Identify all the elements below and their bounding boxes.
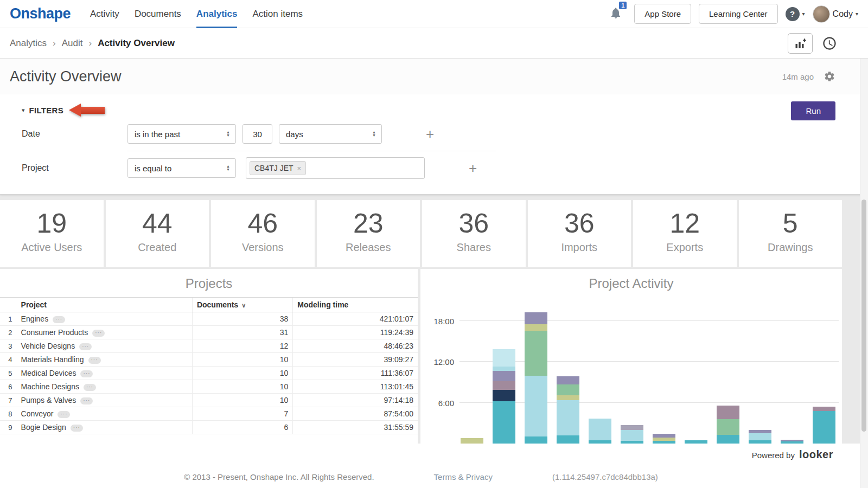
- project-column-header[interactable]: Project: [17, 298, 193, 312]
- breadcrumb-item-analytics[interactable]: Analytics: [10, 38, 47, 48]
- date-value-input[interactable]: [242, 124, 272, 144]
- explore-from-here-button[interactable]: [788, 33, 813, 54]
- table-row[interactable]: 8Conveyor···787:54:00: [0, 407, 418, 421]
- table-row[interactable]: 1Engines···38421:01:07: [0, 312, 418, 326]
- arrow-tail: [81, 107, 105, 114]
- breadcrumb-item-activity-overview[interactable]: Activity Overview: [98, 38, 175, 48]
- row-menu-icon[interactable]: ···: [84, 384, 96, 391]
- table-row[interactable]: 4Materials Handling···1039:09:27: [0, 353, 418, 367]
- project-name-link[interactable]: Consumer Products: [21, 328, 88, 337]
- stat-card-imports[interactable]: 36Imports: [528, 200, 631, 267]
- stacked-bar-10[interactable]: [749, 430, 771, 444]
- dashboard-settings-button[interactable]: [824, 70, 835, 82]
- footer: © 2013 - Present, Onshape Inc. All Right…: [0, 464, 842, 488]
- scrollbar-track[interactable]: [860, 59, 868, 488]
- project-name-link[interactable]: Conveyor: [21, 409, 54, 418]
- onshape-logo[interactable]: Onshape: [10, 5, 71, 22]
- table-row[interactable]: 7Pumps & Valves···1097:14:18: [0, 394, 418, 407]
- project-name-link[interactable]: Medical Devices: [21, 369, 76, 377]
- documents-column-header[interactable]: Documents∨: [192, 298, 292, 312]
- notifications-button[interactable]: 1: [609, 7, 622, 22]
- stat-card-active-users[interactable]: 19Active Users: [0, 200, 104, 267]
- last-updated: 14m ago: [782, 72, 814, 81]
- row-menu-icon[interactable]: ···: [80, 370, 93, 377]
- stat-card-exports[interactable]: 12Exports: [633, 200, 737, 267]
- modeling-time-cell: 111:36:07: [293, 367, 418, 380]
- stat-card-releases[interactable]: 23Releases: [317, 200, 420, 267]
- close-icon[interactable]: ×: [297, 164, 302, 172]
- row-menu-icon[interactable]: ···: [58, 411, 70, 418]
- row-menu-icon[interactable]: ···: [53, 316, 65, 323]
- stacked-bar-11[interactable]: [781, 440, 803, 444]
- project-operator-select[interactable]: is equal to ▲ ▼: [127, 158, 236, 178]
- stacked-bar-1[interactable]: [461, 438, 483, 444]
- app-store-button[interactable]: App Store: [634, 4, 691, 24]
- project-name-link[interactable]: Bogie Design: [21, 423, 66, 432]
- help-menu-button[interactable]: ? ▾: [786, 7, 805, 21]
- schedule-history-button[interactable]: [820, 34, 839, 53]
- stacked-bar-6[interactable]: [621, 425, 643, 444]
- stepper-icon: ▲ ▼: [367, 131, 376, 137]
- user-menu[interactable]: Cody ▾: [813, 5, 858, 23]
- stacked-bar-4[interactable]: [557, 376, 579, 444]
- stacked-bar-5[interactable]: [589, 419, 611, 444]
- bar-segment-teal: [717, 435, 739, 444]
- nav-item-analytics[interactable]: Analytics: [196, 0, 238, 28]
- date-operator-select[interactable]: is in the past ▲ ▼: [127, 124, 236, 144]
- table-row[interactable]: 2Consumer Products···31119:24:39: [0, 326, 418, 339]
- page-title: Activity Overview: [10, 68, 122, 85]
- chart-plot: [459, 294, 839, 444]
- stacked-bar-3[interactable]: [525, 312, 547, 444]
- table-row[interactable]: 6Machine Designs···10113:01:45: [0, 380, 418, 394]
- project-name-link[interactable]: Pumps & Valves: [21, 396, 76, 404]
- filters-title[interactable]: FILTERS: [29, 106, 63, 115]
- add-project-filter-button[interactable]: +: [465, 162, 480, 174]
- looker-logo[interactable]: looker: [799, 448, 833, 461]
- bar-segment-mauve: [717, 406, 739, 419]
- row-menu-icon[interactable]: ···: [79, 343, 92, 350]
- project-name-link[interactable]: Materials Handling: [21, 355, 84, 364]
- project-cell: Conveyor···: [17, 407, 193, 421]
- project-name-link[interactable]: Vehicle Designs: [21, 342, 75, 350]
- stat-card-versions[interactable]: 46Versions: [211, 200, 315, 267]
- breadcrumb-item-audit[interactable]: Audit: [62, 38, 83, 48]
- nav-item-activity[interactable]: Activity: [90, 0, 119, 28]
- date-unit-select[interactable]: days ▲ ▼: [279, 124, 382, 144]
- row-menu-icon[interactable]: ···: [71, 425, 83, 432]
- row-menu-icon[interactable]: ···: [80, 397, 93, 404]
- project-value-field[interactable]: CB4TJ JET ×: [246, 157, 425, 179]
- stacked-bar-7[interactable]: [653, 434, 675, 444]
- stacked-bar-12[interactable]: [813, 407, 835, 444]
- stacked-bar-2[interactable]: [493, 349, 515, 444]
- table-row[interactable]: 9Bogie Design···631:55:59: [0, 421, 418, 434]
- stat-card-drawings[interactable]: 5Drawings: [739, 200, 843, 267]
- projects-table-body: 1Engines···38421:01:072Consumer Products…: [0, 312, 418, 434]
- modeling-time-cell: 119:24:39: [293, 326, 418, 339]
- project-name-link[interactable]: Engines: [21, 314, 49, 323]
- scrollbar-thumb[interactable]: [861, 200, 866, 432]
- help-icon: ?: [786, 7, 800, 21]
- run-button[interactable]: Run: [791, 101, 835, 120]
- stat-card-created[interactable]: 44Created: [106, 200, 209, 267]
- stat-card-shares[interactable]: 36Shares: [422, 200, 526, 267]
- row-rank: 1: [0, 312, 17, 326]
- row-menu-icon[interactable]: ···: [92, 330, 105, 337]
- nav-item-action-items[interactable]: Action items: [252, 0, 303, 28]
- chart-title: Project Activity: [420, 269, 842, 291]
- add-date-filter-button[interactable]: +: [423, 128, 437, 140]
- table-row[interactable]: 5Medical Devices···10111:36:07: [0, 367, 418, 380]
- project-name-link[interactable]: Machine Designs: [21, 382, 79, 391]
- modeling-time-column-header[interactable]: Modeling time: [293, 298, 418, 312]
- terms-privacy-link[interactable]: Terms & Privacy: [434, 472, 493, 481]
- version-text: (1.114.25497.c7dc84dbb13a): [552, 472, 658, 481]
- dashboard-add-icon: [794, 37, 807, 50]
- stacked-bar-8[interactable]: [685, 440, 707, 444]
- y-tick-label: 6:00: [422, 399, 454, 408]
- table-row[interactable]: 3Vehicle Designs···1248:46:23: [0, 339, 418, 353]
- collapse-caret-icon[interactable]: ▾: [22, 107, 25, 114]
- nav-item-documents[interactable]: Documents: [135, 0, 181, 28]
- learning-center-button[interactable]: Learning Center: [699, 4, 778, 24]
- title-bar-right: 14m ago: [782, 70, 835, 82]
- row-menu-icon[interactable]: ···: [88, 357, 101, 364]
- stacked-bar-9[interactable]: [717, 406, 739, 444]
